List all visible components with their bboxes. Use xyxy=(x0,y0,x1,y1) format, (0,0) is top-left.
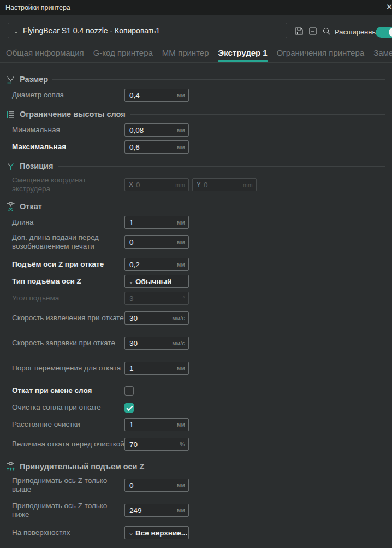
retract-length-input[interactable] xyxy=(125,219,188,227)
setting-label: Угол подъёма xyxy=(5,294,124,303)
dialog-title: Настройки принтера xyxy=(0,4,70,11)
setting-label: Величина отката перед очисткой xyxy=(5,440,124,449)
remove-preset-button[interactable] xyxy=(308,26,318,36)
wipe-distance-input[interactable] xyxy=(125,421,188,429)
extra-prime-input[interactable] xyxy=(125,238,188,246)
layer-height-icon xyxy=(5,109,16,120)
z-lift-below-field: мм xyxy=(124,504,189,517)
retract-length-field: мм xyxy=(124,216,189,229)
retract-speed-input[interactable] xyxy=(125,314,188,322)
setting-label: Скорость заправки при откате xyxy=(5,339,124,347)
selected-option: Все верхние... xyxy=(135,529,187,537)
z-hop-angle-input[interactable] xyxy=(125,294,188,303)
dialog-titlebar: Настройки принтера ✕ xyxy=(0,0,392,15)
z-hop-height-input[interactable] xyxy=(125,261,188,269)
tab-gcode[interactable]: G-код принтера xyxy=(93,46,153,62)
setting-label: Скорость извлечения при откате xyxy=(5,314,124,322)
printer-preset-select[interactable]: ⌄ FlyingBear S1 0.4 nozzle - Копировать1 xyxy=(8,23,287,38)
tab-extruder-1[interactable]: Экструдер 1 xyxy=(218,46,268,62)
travel-threshold-input[interactable] xyxy=(125,364,188,373)
setting-label: Максимальная xyxy=(5,143,124,151)
setting-row: Минимальная мм xyxy=(5,123,385,137)
z-lift-above-field: мм xyxy=(124,479,189,492)
retract-before-wipe-input[interactable] xyxy=(125,440,188,449)
z-hop-icon xyxy=(5,462,16,472)
retract-on-layer-change-checkbox[interactable] xyxy=(124,386,134,396)
setting-row: Скорость извлечения при откате мм/с xyxy=(5,308,385,328)
min-layer-height-field: мм xyxy=(124,123,189,137)
setting-row: Смещение координат экструдера X mm Y mm xyxy=(5,175,385,195)
nozzle-diameter-field: мм xyxy=(124,89,189,102)
surfaces-select[interactable]: ⌄ Все верхние... xyxy=(124,526,189,539)
setting-label: На поверхностях xyxy=(5,528,124,537)
setting-label: Доп. длина подачи перед возобновлением п… xyxy=(5,233,124,251)
search-icon[interactable] xyxy=(322,26,331,36)
section-divider xyxy=(149,467,385,467)
chevron-down-icon: ⌄ xyxy=(125,529,135,537)
setting-label: Приподнимать ось Z только ниже xyxy=(5,502,124,519)
section-divider xyxy=(52,79,385,80)
section-title: Позиция xyxy=(20,162,54,170)
z-lift-below-input[interactable] xyxy=(125,506,188,515)
toggle-knob xyxy=(389,28,392,37)
position-axes-icon xyxy=(5,161,16,172)
setting-row: Подъём оси Z при откате мм xyxy=(5,257,385,272)
save-preset-button[interactable] xyxy=(294,26,304,36)
advanced-mode-toggle[interactable] xyxy=(376,27,392,38)
setting-label: Откат при смене слоя xyxy=(5,386,124,395)
chevron-down-icon: ⌄ xyxy=(125,278,135,285)
setting-label: Подъём оси Z при откате xyxy=(5,260,124,269)
setting-row: Скорость заправки при откате мм/с xyxy=(5,333,385,353)
tab-printer-limits[interactable]: Ограничения принтера xyxy=(276,46,365,62)
setting-row: Расстояние очистки мм xyxy=(5,417,385,432)
setting-label: Диаметр сопла xyxy=(5,91,124,99)
max-layer-height-input[interactable] xyxy=(125,143,188,151)
setting-label: Очистка сопла при откате xyxy=(5,403,124,412)
close-icon[interactable]: ✕ xyxy=(384,2,392,12)
nozzle-diameter-input[interactable] xyxy=(125,91,188,99)
travel-threshold-field: мм xyxy=(124,362,189,375)
toolbar: ⌄ FlyingBear S1 0.4 nozzle - Копировать1… xyxy=(0,15,392,46)
setting-label: Расстояние очистки xyxy=(5,420,124,429)
section-header-position: Позиция xyxy=(5,160,385,173)
z-lift-above-input[interactable] xyxy=(125,481,188,490)
settings-panel: Размер Диаметр сопла мм Ограничение высо… xyxy=(0,63,392,540)
min-layer-height-input[interactable] xyxy=(125,126,188,134)
setting-label: Смещение координат экструдера xyxy=(5,176,124,193)
section-divider xyxy=(46,207,385,207)
section-header-retraction: Откат xyxy=(5,200,385,213)
z-hop-height-field: мм xyxy=(124,258,189,271)
nozzle-icon xyxy=(5,74,16,85)
wipe-distance-field: мм xyxy=(124,418,189,431)
wipe-nozzle-checkbox[interactable] xyxy=(124,403,134,413)
z-hop-type-select[interactable]: ⌄ Обычный xyxy=(124,275,189,288)
section-divider xyxy=(58,166,386,167)
tab-truncated[interactable]: Заме xyxy=(373,46,392,62)
setting-row: Откат при смене слоя xyxy=(5,384,385,398)
tab-mm-printer[interactable]: ММ принтер xyxy=(162,46,210,62)
setting-row: Диаметр сопла мм xyxy=(5,88,385,102)
section-title: Ограничение высоты слоя xyxy=(20,110,126,119)
axis-y-prefix: Y xyxy=(193,181,201,188)
extra-prime-field: мм xyxy=(124,235,189,249)
setting-label: Порог перемещения для отката xyxy=(5,364,124,373)
extruder-offset-x-input[interactable] xyxy=(133,181,188,189)
retraction-icon xyxy=(5,202,16,212)
section-divider xyxy=(130,114,385,115)
selected-option: Обычный xyxy=(135,278,171,286)
axis-x-prefix: X xyxy=(125,181,133,188)
setting-row: Доп. длина подачи перед возобновлением п… xyxy=(5,232,385,252)
section-header-forced-z-hop: Принудительный подъем оси Z xyxy=(5,460,385,473)
setting-row: Длина мм xyxy=(5,215,385,229)
section-header-layer-height: Ограничение высоты слоя xyxy=(5,108,385,121)
extruder-offset-y-field: Y mm xyxy=(192,178,257,191)
chevron-down-icon: ⌄ xyxy=(8,27,23,35)
setting-row: Порог перемещения для отката мм xyxy=(5,358,385,378)
prime-speed-input[interactable] xyxy=(125,339,188,347)
setting-row: Приподнимать ось Z только выше мм xyxy=(5,475,385,495)
extruder-offset-x-field: X mm xyxy=(124,178,189,191)
setting-row: На поверхностях ⌄ Все верхние... xyxy=(5,526,385,540)
setting-row: Угол подъёма ° xyxy=(5,291,385,305)
tab-general-info[interactable]: Общая информация xyxy=(5,46,85,62)
extruder-offset-y-input[interactable] xyxy=(201,181,256,189)
